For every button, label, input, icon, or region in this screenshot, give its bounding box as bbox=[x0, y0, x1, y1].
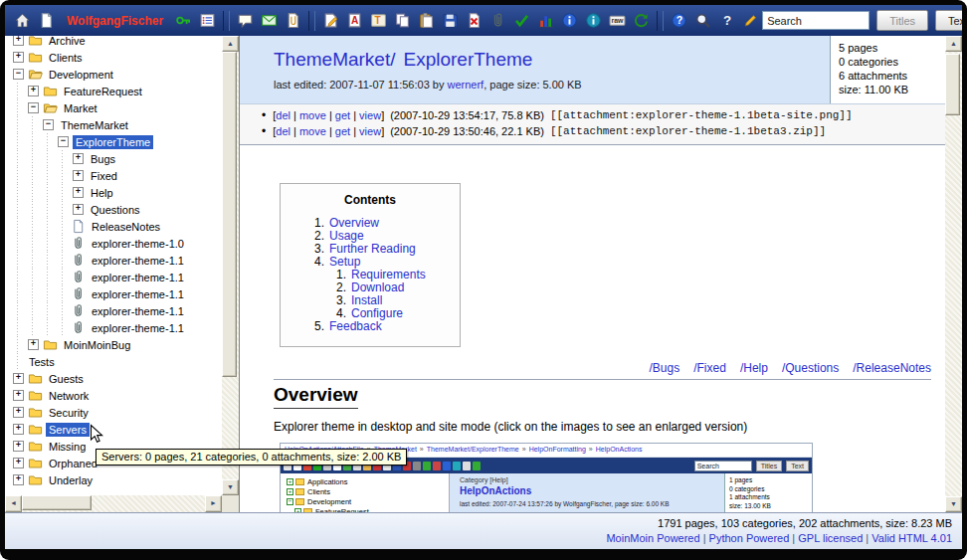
collapse-icon[interactable]: − bbox=[13, 69, 24, 80]
tree-item-label[interactable]: explorer-theme-1.1 bbox=[89, 254, 187, 268]
subpage-link-bugs[interactable]: /Bugs bbox=[650, 361, 680, 375]
scroll-down-button[interactable]: ▼ bbox=[945, 496, 962, 512]
subpage-link-questions[interactable]: /Questions bbox=[782, 361, 839, 375]
tree-item-label[interactable]: Clients bbox=[46, 51, 86, 65]
new-page-icon[interactable] bbox=[35, 9, 58, 32]
tree-item-moinmoinbug[interactable]: +MoinMoinBug bbox=[11, 336, 222, 353]
expand-icon[interactable]: + bbox=[13, 424, 24, 435]
content-vertical-scrollbar[interactable]: ▲ ▼ bbox=[945, 36, 962, 512]
attachment-action-move[interactable]: move bbox=[299, 125, 326, 137]
scroll-left-button[interactable]: ◄ bbox=[5, 495, 22, 512]
username-link[interactable]: WolfgangFischer bbox=[59, 9, 171, 32]
tree-item-help[interactable]: +Help bbox=[11, 184, 222, 201]
attachment-action-get[interactable]: get bbox=[335, 125, 350, 137]
expand-icon[interactable]: + bbox=[13, 474, 24, 485]
toc-link-feedback[interactable]: Feedback bbox=[329, 319, 382, 333]
toc-link-install[interactable]: Install bbox=[351, 293, 382, 307]
tree-item-development[interactable]: −Development bbox=[11, 66, 222, 83]
breadcrumb-parent-link[interactable]: ThemeMarket/ bbox=[274, 49, 395, 70]
editor-link[interactable]: wernerf bbox=[448, 79, 484, 91]
delete-page-icon[interactable] bbox=[463, 9, 485, 32]
tree-item-label[interactable]: Missing bbox=[46, 440, 89, 454]
tree-item-label[interactable]: ExplorerTheme bbox=[73, 135, 153, 149]
scrollbar-track[interactable] bbox=[945, 52, 962, 496]
expand-icon[interactable]: + bbox=[73, 170, 84, 181]
key-icon[interactable] bbox=[172, 9, 195, 32]
mail-icon[interactable] bbox=[258, 9, 281, 32]
search-input[interactable] bbox=[762, 11, 870, 30]
tree-item-label[interactable]: Development bbox=[46, 68, 116, 82]
tree-item-releasenotes[interactable]: ReleaseNotes bbox=[11, 218, 222, 235]
expand-icon[interactable]: + bbox=[13, 458, 24, 468]
tree-item-label[interactable]: Security bbox=[46, 406, 92, 420]
footer-link-valid-html-4-01[interactable]: Valid HTML 4.01 bbox=[871, 532, 952, 544]
expand-icon[interactable]: + bbox=[73, 187, 84, 198]
tree-item-guests[interactable]: +Guests bbox=[11, 370, 222, 387]
attach-file-icon[interactable] bbox=[486, 9, 509, 32]
edit-pencil-icon[interactable] bbox=[739, 9, 762, 32]
tree-item-label[interactable]: Market bbox=[61, 101, 100, 115]
subpage-link-releasenotes[interactable]: /ReleaseNotes bbox=[853, 361, 931, 375]
tree-item-explorertheme[interactable]: −ExplorerTheme bbox=[11, 133, 222, 150]
attachment-action-view[interactable]: view bbox=[359, 109, 381, 121]
tree-item-clients[interactable]: +Clients bbox=[11, 49, 222, 66]
tree-item-label[interactable]: Bugs bbox=[88, 152, 118, 166]
attachment-action-get[interactable]: get bbox=[335, 109, 350, 121]
toc-link-requirements[interactable]: Requirements bbox=[351, 268, 426, 281]
expand-icon[interactable]: + bbox=[13, 407, 24, 418]
titles-button[interactable]: Titles bbox=[876, 10, 928, 31]
tree-item-network[interactable]: +Network bbox=[11, 387, 222, 404]
help-icon[interactable]: ? bbox=[668, 9, 690, 32]
tree-item-explorer-theme-1-1[interactable]: explorer-theme-1.1 bbox=[11, 285, 222, 302]
tree-item-archive[interactable]: +Archive bbox=[11, 36, 222, 49]
tree-item-label[interactable]: Questions bbox=[88, 203, 143, 217]
tree-item-featurerequest[interactable]: +FeatureRequest bbox=[11, 83, 222, 99]
expand-icon[interactable]: + bbox=[13, 390, 24, 401]
tree-item-label[interactable]: Network bbox=[46, 389, 92, 403]
tree-item-label[interactable]: explorer-theme-1.1 bbox=[89, 304, 187, 318]
expand-icon[interactable]: + bbox=[13, 52, 24, 63]
expand-icon[interactable]: + bbox=[28, 86, 39, 96]
home-icon[interactable] bbox=[11, 9, 34, 32]
paste-icon[interactable] bbox=[415, 9, 438, 32]
tree-item-label[interactable]: ReleaseNotes bbox=[89, 220, 163, 234]
tree-item-label[interactable]: Tests bbox=[26, 355, 58, 369]
attachment-action-del[interactable]: del bbox=[276, 109, 290, 121]
tree-item-label[interactable]: Guests bbox=[46, 372, 87, 386]
tree-item-label[interactable]: Archive bbox=[46, 36, 89, 48]
tree-item-label[interactable]: Underlay bbox=[46, 473, 96, 487]
scroll-right-button[interactable]: ► bbox=[205, 495, 222, 512]
tree-item-thememarket[interactable]: −ThemeMarket bbox=[11, 116, 222, 133]
search-icon[interactable] bbox=[691, 9, 714, 32]
refresh-icon[interactable] bbox=[630, 9, 653, 32]
comment-icon[interactable] bbox=[234, 9, 257, 32]
tree-item-explorer-theme-1-1[interactable]: explorer-theme-1.1 bbox=[11, 319, 222, 336]
toc-link-usage[interactable]: Usage bbox=[329, 229, 364, 243]
tree-item-underlay[interactable]: +Underlay bbox=[11, 471, 222, 488]
twiki-icon[interactable]: T bbox=[367, 9, 390, 32]
collapse-icon[interactable]: − bbox=[28, 102, 39, 113]
tree-item-explorer-theme-1-0[interactable]: explorer-theme-1.0 bbox=[11, 235, 222, 252]
question-icon[interactable]: ? bbox=[715, 9, 738, 32]
tree-item-security[interactable]: +Security bbox=[11, 404, 222, 421]
tree-horizontal-scrollbar[interactable]: ◄ ► bbox=[5, 495, 222, 512]
text-button[interactable]: Text bbox=[935, 10, 962, 31]
attachment-file-link[interactable]: [[attachment:explorer-theme-1.1beta3.zip… bbox=[550, 125, 826, 137]
scrollbar-thumb[interactable] bbox=[222, 52, 237, 377]
scroll-up-button[interactable]: ▲ bbox=[222, 36, 239, 52]
tree-item-label[interactable]: Fixed bbox=[88, 169, 120, 183]
attachment-action-del[interactable]: del bbox=[276, 125, 290, 137]
toc-link-further-reading[interactable]: Further Reading bbox=[329, 242, 416, 256]
toc-link-configure[interactable]: Configure bbox=[351, 306, 403, 320]
tree-item-market[interactable]: −Market bbox=[11, 99, 222, 116]
footer-link-python-powered[interactable]: Python Powered bbox=[709, 532, 790, 544]
tree-item-label[interactable]: Orphaned bbox=[46, 457, 100, 470]
attachment-action-move[interactable]: move bbox=[299, 109, 326, 121]
info-icon[interactable] bbox=[558, 9, 581, 32]
footer-link-gpl-licensed[interactable]: GPL licensed bbox=[798, 532, 863, 544]
tree-item-bugs[interactable]: +Bugs bbox=[11, 150, 222, 167]
index-list-icon[interactable] bbox=[196, 9, 219, 32]
tree-item-explorer-theme-1-1[interactable]: explorer-theme-1.1 bbox=[11, 252, 222, 269]
statistics-icon[interactable] bbox=[534, 9, 557, 32]
spellcheck-icon[interactable] bbox=[510, 9, 533, 32]
